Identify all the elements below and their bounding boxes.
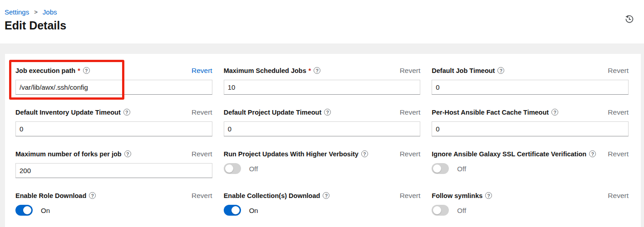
help-icon[interactable]: ? [83, 67, 90, 74]
field-label: Follow symlinks [432, 192, 482, 199]
page-title: Edit Details [5, 19, 633, 32]
field-follow-symlinks: Follow symlinks ? Revert Off [432, 192, 629, 220]
toggle-knob [433, 164, 441, 173]
help-icon[interactable]: ? [123, 109, 130, 116]
toggle-knob [225, 164, 233, 173]
toggle-state-label: Off [249, 165, 258, 173]
field-label: Job execution path [15, 67, 75, 74]
breadcrumb-separator-icon: > [34, 9, 38, 15]
revert-button[interactable]: Revert [400, 150, 421, 158]
default-inventory-update-timeout-input[interactable] [15, 121, 212, 136]
field-label: Per-Host Ansible Fact Cache Timeout [432, 109, 549, 116]
revert-button[interactable]: Revert [192, 108, 212, 116]
field-default-project-update-timeout: Default Project Update Timeout ? Revert [224, 108, 421, 136]
field-label: Run Project Updates With Higher Verbosit… [224, 150, 359, 158]
toggle-switch[interactable] [15, 205, 33, 216]
toggle-switch[interactable] [224, 163, 241, 174]
field-per-host-ansible-fact-cache-timeout: Per-Host Ansible Fact Cache Timeout ? Re… [432, 108, 629, 136]
toggle-switch[interactable] [432, 205, 449, 216]
default-job-timeout-input[interactable] [432, 80, 629, 95]
required-asterisk: * [309, 67, 311, 74]
field-enable-role-download: Enable Role Download ? Revert On [15, 192, 212, 220]
default-project-update-timeout-input[interactable] [224, 121, 421, 136]
revert-button[interactable]: Revert [400, 192, 421, 200]
field-default-job-timeout: Default Job Timeout ? Revert [432, 67, 629, 95]
revert-button[interactable]: Revert [608, 108, 629, 116]
help-icon[interactable]: ? [89, 192, 96, 199]
settings-form-card: Job execution path * ? Revert Maximum Sc… [5, 54, 641, 227]
revert-button[interactable]: Revert [192, 150, 212, 158]
revert-button[interactable]: Revert [608, 67, 629, 75]
field-label: Default Project Update Timeout [224, 109, 322, 116]
toggle-knob [433, 206, 441, 214]
field-label: Enable Collection(s) Download [224, 192, 320, 199]
field-enable-collections-download: Enable Collection(s) Download ? Revert O… [224, 192, 421, 220]
field-ignore-galaxy-ssl-verification: Ignore Ansible Galaxy SSL Certificate Ve… [432, 150, 629, 178]
page-header: Settings > Jobs Edit Details [0, 0, 644, 43]
field-maximum-forks-per-job: Maximum number of forks per job ? Revert [15, 150, 212, 178]
help-icon[interactable]: ? [551, 109, 558, 116]
toggle-knob [23, 206, 31, 214]
help-icon[interactable]: ? [589, 150, 596, 157]
field-job-execution-path: Job execution path * ? Revert [15, 67, 212, 95]
toggle-state-label: Off [457, 165, 466, 173]
field-label: Enable Role Download [15, 192, 86, 199]
history-icon[interactable] [624, 14, 634, 24]
help-icon[interactable]: ? [324, 109, 331, 116]
per-host-ansible-fact-cache-timeout-input[interactable] [432, 121, 629, 136]
toggle-state-label: On [249, 207, 258, 214]
help-icon[interactable]: ? [314, 67, 320, 74]
job-execution-path-input[interactable] [15, 80, 212, 95]
field-maximum-scheduled-jobs: Maximum Scheduled Jobs * ? Revert [224, 67, 421, 95]
form-grid: Job execution path * ? Revert Maximum Sc… [15, 67, 629, 220]
revert-button[interactable]: Revert [608, 150, 629, 158]
toggle-knob [231, 206, 240, 214]
toggle-switch[interactable] [432, 163, 449, 174]
revert-button[interactable]: Revert [400, 67, 421, 75]
field-label: Maximum number of forks per job [15, 150, 122, 158]
field-label: Default Job Timeout [432, 67, 495, 74]
maximum-forks-per-job-input[interactable] [15, 163, 212, 178]
help-icon[interactable]: ? [497, 67, 504, 74]
field-label: Ignore Ansible Galaxy SSL Certificate Ve… [432, 150, 586, 158]
help-icon[interactable]: ? [361, 150, 368, 157]
breadcrumb: Settings > Jobs [5, 8, 633, 16]
breadcrumb-settings[interactable]: Settings [5, 8, 29, 16]
field-label: Default Inventory Update Timeout [15, 109, 121, 116]
toggle-state-label: On [41, 207, 50, 214]
toggle-state-label: Off [457, 207, 466, 214]
help-icon[interactable]: ? [323, 192, 329, 199]
field-default-inventory-update-timeout: Default Inventory Update Timeout ? Rever… [15, 108, 212, 136]
revert-button[interactable]: Revert [608, 192, 629, 200]
help-icon[interactable]: ? [124, 150, 131, 157]
breadcrumb-jobs[interactable]: Jobs [43, 8, 57, 16]
maximum-scheduled-jobs-input[interactable] [224, 80, 421, 95]
revert-button[interactable]: Revert [400, 108, 421, 116]
revert-button[interactable]: Revert [192, 67, 212, 75]
field-label: Maximum Scheduled Jobs [224, 67, 306, 74]
revert-button[interactable]: Revert [192, 192, 212, 200]
required-asterisk: * [78, 67, 80, 74]
toggle-switch[interactable] [224, 205, 241, 216]
field-run-project-updates-higher-verbosity: Run Project Updates With Higher Verbosit… [224, 150, 421, 178]
help-icon[interactable]: ? [485, 192, 492, 199]
